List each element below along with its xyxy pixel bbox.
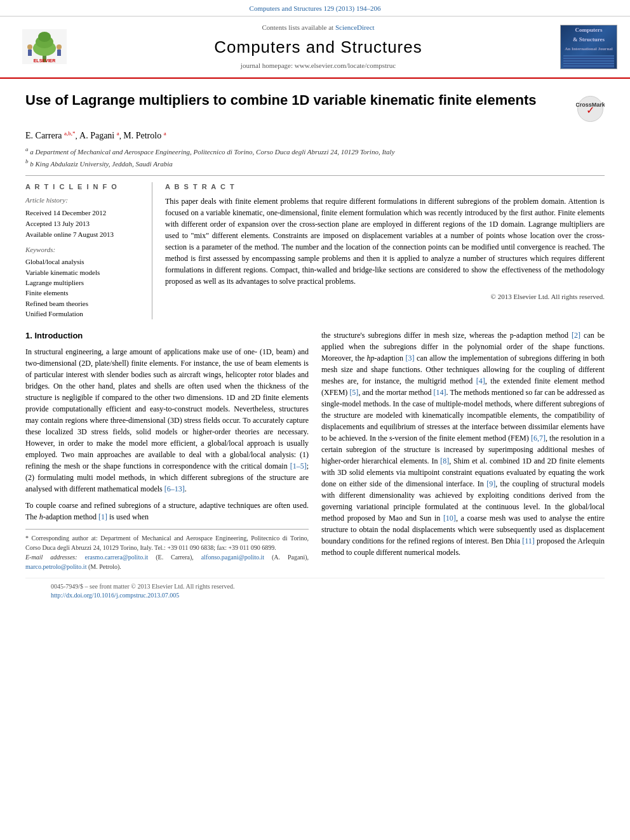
email-carrera[interactable]: erasmo.carrera@polito.it bbox=[85, 554, 149, 561]
divider bbox=[25, 175, 605, 176]
intro-paragraph-2: To couple coarse and refined subregions … bbox=[25, 500, 309, 523]
body-right-column: the structure's subregions differ in mes… bbox=[321, 330, 605, 571]
body-left-column: 1. Introduction In structural engineerin… bbox=[25, 330, 309, 571]
article-info-column: A R T I C L E I N F O Article history: R… bbox=[25, 182, 152, 320]
journal-title: Computers and Structures bbox=[76, 36, 560, 58]
journal-cover-image: Computers & Structures An International … bbox=[560, 25, 617, 69]
affiliation-a-text: a Department of Mechanical and Aerospace… bbox=[30, 148, 394, 156]
received-date: Received 14 December 2012 bbox=[25, 208, 142, 218]
journal-center-info: Contents lists available at ScienceDirec… bbox=[76, 23, 560, 70]
elsevier-logo: ELSEVIER bbox=[13, 29, 76, 64]
section-1-title: 1. Introduction bbox=[25, 330, 309, 342]
svg-rect-6 bbox=[28, 50, 32, 56]
email-label: E-mail addresses: bbox=[25, 554, 77, 561]
doi-link[interactable]: http://dx.doi.org/10.1016/j.compstruc.20… bbox=[51, 592, 179, 599]
author-name: E. Carrera bbox=[25, 131, 64, 140]
issn-line: 0045-7949/$ – see front matter © 2013 El… bbox=[51, 582, 579, 591]
crossmark-icon: CrossMark ✓ bbox=[576, 95, 605, 123]
author-affiliation-a: a,b,* bbox=[64, 130, 76, 137]
section-title-text: Introduction bbox=[34, 331, 83, 340]
section-number: 1. bbox=[25, 331, 32, 340]
authors-line: E. Carrera a,b,*, A. Pagani a, M. Petrol… bbox=[25, 130, 605, 142]
keyword-6: Unified Formulation bbox=[25, 309, 142, 319]
svg-point-7 bbox=[57, 44, 62, 50]
ref-1-5[interactable]: [1–5] bbox=[290, 462, 307, 470]
svg-point-5 bbox=[27, 44, 32, 50]
journal-header: ELSEVIER Contents lists available at Sci… bbox=[0, 17, 630, 78]
affiliation-a: a a Department of Mechanical and Aerospa… bbox=[25, 145, 605, 157]
svg-rect-8 bbox=[57, 50, 61, 56]
affiliations: a a Department of Mechanical and Aerospa… bbox=[25, 145, 605, 168]
ref-8[interactable]: [8] bbox=[440, 457, 449, 465]
doi-line: http://dx.doi.org/10.1016/j.compstruc.20… bbox=[51, 591, 579, 600]
keyword-2: Variable kinematic models bbox=[25, 268, 142, 277]
ref-4[interactable]: [4] bbox=[476, 377, 485, 385]
svg-text:ELSEVIER: ELSEVIER bbox=[34, 58, 56, 63]
affiliation-b-text: b King Abdulaziz University, Jeddah, Sau… bbox=[30, 159, 172, 167]
author-affiliation-c: a bbox=[164, 130, 166, 137]
footnote-section: * Corresponding author at: Department of… bbox=[25, 529, 309, 571]
accepted-date: Accepted 13 July 2013 bbox=[25, 219, 142, 229]
journal-homepage: journal homepage: www.elsevier.com/locat… bbox=[76, 61, 560, 70]
keywords-label: Keywords: bbox=[25, 245, 142, 255]
abstract-heading: A B S T R A C T bbox=[165, 182, 605, 192]
elsevier-tree-icon: ELSEVIER bbox=[22, 29, 67, 64]
sciencedirect-link[interactable]: ScienceDirect bbox=[335, 23, 375, 31]
ref-6-7[interactable]: [6,7] bbox=[531, 434, 546, 443]
history-label: Article history: bbox=[25, 196, 142, 205]
keyword-3: Lagrange multipliers bbox=[25, 278, 142, 288]
bottom-bar: 0045-7949/$ – see front matter © 2013 El… bbox=[25, 578, 605, 604]
abstract-text: This paper deals with finite element pro… bbox=[165, 196, 605, 287]
abstract-section: A B S T R A C T This paper deals with fi… bbox=[165, 182, 605, 320]
email-pagani[interactable]: alfonso.pagani@polito.it bbox=[201, 554, 264, 561]
info-abstract-columns: A R T I C L E I N F O Article history: R… bbox=[25, 182, 605, 320]
article-title: Use of Lagrange multipliers to combine 1… bbox=[25, 91, 576, 110]
available-date: Available online 7 August 2013 bbox=[25, 230, 142, 239]
journal-info-text: Computers and Structures 129 (2013) 194–… bbox=[250, 4, 381, 12]
journal-cover-box: Computers & Structures An International … bbox=[560, 25, 617, 69]
right-paragraph-1: the structure's subregions differ in mes… bbox=[321, 330, 605, 558]
body-columns: 1. Introduction In structural engineerin… bbox=[25, 330, 605, 571]
email-petrolo[interactable]: marco.petrolo@polito.it bbox=[25, 563, 86, 570]
cover-subtitle: An International Journal bbox=[565, 46, 612, 53]
svg-text:✓: ✓ bbox=[586, 105, 594, 116]
cover-title-2: & Structures bbox=[573, 36, 605, 44]
footnote-corresponding: * Corresponding author at: Department of… bbox=[25, 533, 309, 552]
article-info-heading: A R T I C L E I N F O bbox=[25, 182, 142, 192]
journal-citation: Computers and Structures 129 (2013) 194–… bbox=[0, 0, 630, 17]
ref-3[interactable]: [3] bbox=[405, 354, 414, 363]
author-name-3: M. Petrolo bbox=[123, 131, 163, 140]
footnote-email: E-mail addresses: erasmo.carrera@polito.… bbox=[25, 552, 309, 571]
keyword-4: Finite elements bbox=[25, 288, 142, 298]
cover-title-1: Computers bbox=[575, 26, 603, 34]
keyword-1: Global/local analysis bbox=[25, 257, 142, 267]
ref-5[interactable]: [5] bbox=[349, 388, 358, 397]
cover-decoration bbox=[563, 55, 614, 68]
ref-9[interactable]: [9] bbox=[486, 479, 495, 488]
ref-1[interactable]: [1] bbox=[98, 512, 107, 521]
ref-6-13[interactable]: [6–13] bbox=[164, 484, 185, 493]
author-name-2: A. Pagani bbox=[79, 131, 117, 140]
keyword-5: Refined beam theories bbox=[25, 299, 142, 309]
ref-11[interactable]: [11] bbox=[522, 537, 535, 545]
svg-point-4 bbox=[38, 32, 51, 42]
contents-available-text: Contents lists available at bbox=[262, 23, 333, 31]
article-title-section: Use of Lagrange multipliers to combine 1… bbox=[25, 79, 605, 130]
ref-14[interactable]: [14] bbox=[434, 388, 446, 397]
ref-10[interactable]: [10] bbox=[443, 514, 456, 523]
affiliation-b: b b King Abdulaziz University, Jeddah, S… bbox=[25, 157, 605, 169]
copyright: © 2013 Elsevier Ltd. All rights reserved… bbox=[165, 292, 605, 302]
intro-paragraph-1: In structural engineering, a large amoun… bbox=[25, 346, 309, 495]
ref-2[interactable]: [2] bbox=[572, 331, 580, 340]
main-content: Use of Lagrange multipliers to combine 1… bbox=[0, 79, 630, 604]
